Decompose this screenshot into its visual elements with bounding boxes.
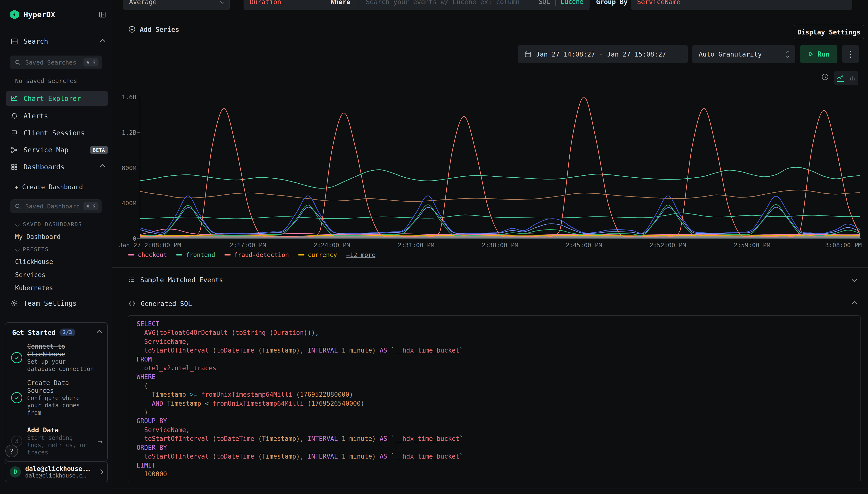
- sidebar-section-search-label: Search: [23, 37, 95, 45]
- mode-sql[interactable]: SQL: [539, 0, 550, 5]
- sidebar-item-service-map[interactable]: Service Map BETA: [6, 143, 108, 157]
- aggregation-select[interactable]: Average: [123, 0, 230, 10]
- generated-sql-header[interactable]: Generated SQL: [128, 298, 192, 310]
- timeseries-chart[interactable]: [140, 95, 860, 239]
- x-axis-label: 2:24:00 PM: [308, 242, 356, 249]
- check-circle-icon: [11, 352, 22, 363]
- add-series-label: Add Series: [140, 26, 179, 33]
- laptop-icon: [11, 129, 18, 137]
- sidebar-item-dashboards[interactable]: Dashboards: [6, 160, 108, 174]
- sidebar-item-label: Alerts: [23, 112, 108, 120]
- date-range-picker[interactable]: Jan 27 14:08:27 - Jan 27 15:08:27: [518, 45, 688, 63]
- step-desc: Configure whereyour data comesfrom: [27, 395, 102, 416]
- legend-swatch: [225, 254, 231, 255]
- y-axis-label: 0: [114, 235, 136, 242]
- saved-searches-input[interactable]: [25, 59, 80, 66]
- time-display-icon[interactable]: [821, 73, 829, 81]
- chevron-up-icon: [97, 330, 102, 335]
- granularity-select[interactable]: Auto Granularity: [692, 45, 795, 63]
- chevron-right-icon: [98, 469, 104, 475]
- group-saved-dashboards[interactable]: SAVED DASHBOARDS: [16, 221, 112, 227]
- divider: [112, 267, 868, 268]
- add-series-button[interactable]: Add Series: [128, 24, 179, 35]
- x-axis-label: Jan 27 2:08:00 PM: [119, 242, 181, 249]
- sidebar-item-team-settings[interactable]: Team Settings: [11, 299, 112, 308]
- legend-item-frontend[interactable]: frontend: [176, 251, 215, 259]
- get-started-step-sources[interactable]: Create DataSources Configure whereyour d…: [11, 379, 102, 416]
- sidebar-section-search[interactable]: Search: [11, 37, 104, 45]
- user-menu[interactable]: D dale@clickhouse.… dale@clickhouse.c…: [5, 461, 108, 482]
- chevron-up-icon[interactable]: [852, 301, 857, 307]
- mode-divider: |: [553, 0, 557, 5]
- sample-matched-events-header[interactable]: Sample Matched Events: [128, 274, 223, 286]
- chevron-down-icon[interactable]: [852, 277, 857, 282]
- line-chart-toggle-icon[interactable]: [837, 74, 844, 82]
- chevron-down-icon: [220, 0, 225, 4]
- divider: [112, 488, 868, 489]
- sidebar-item-label: Dashboards: [23, 163, 95, 171]
- series-(unlabeled): [140, 190, 860, 202]
- plus-circle-icon: [128, 25, 136, 33]
- where-label: Where: [331, 0, 350, 5]
- sidebar-item-clickhouse[interactable]: ClickHouse: [15, 258, 112, 265]
- group-by-input[interactable]: ServiceName: [631, 0, 852, 10]
- select-chevrons-icon: [787, 51, 789, 57]
- x-axis-label: 2:31:00 PM: [392, 242, 440, 249]
- sql-code-block: SELECT AVG(toFloat64OrDefault (toString …: [128, 316, 861, 482]
- x-axis-label: 2:59:00 PM: [728, 242, 776, 249]
- section-title: Generated SQL: [141, 300, 192, 307]
- step-title: Add Data: [27, 426, 92, 434]
- sidebar-item-alerts[interactable]: Alerts: [6, 109, 108, 123]
- get-started-panel: Get Started 2/3 Connect toClickHouse Set…: [5, 322, 108, 461]
- sidebar-item-client-sessions[interactable]: Client Sessions: [6, 126, 108, 140]
- get-started-header[interactable]: Get Started 2/3: [5, 323, 107, 336]
- sql-code: SELECT AVG(toFloat64OrDefault (toString …: [137, 320, 861, 478]
- sidebar-item-label: Client Sessions: [23, 129, 108, 137]
- sidebar-item-services[interactable]: Services: [15, 271, 112, 279]
- saved-searches-searchbox[interactable]: ⌘ K: [10, 56, 102, 69]
- chart-type-toggle[interactable]: [834, 71, 858, 86]
- series-fraud-detection: [140, 97, 860, 237]
- check-circle-icon: [11, 392, 22, 403]
- display-settings-button[interactable]: Display Settings: [794, 25, 864, 39]
- sidebar-item-kubernetes[interactable]: Kubernetes: [15, 284, 112, 292]
- saved-dashboards-searchbox[interactable]: ⌘ K: [10, 200, 102, 213]
- get-started-step-connect[interactable]: Connect toClickHouse Set up yourdatabase…: [11, 343, 102, 373]
- group-presets[interactable]: PRESETS: [16, 246, 112, 252]
- mode-lucene[interactable]: Lucene: [561, 0, 583, 5]
- divider: [112, 16, 868, 16]
- saved-dashboards-input[interactable]: [25, 203, 80, 210]
- group-label: SAVED DASHBOARDS: [23, 221, 82, 227]
- bar-chart-toggle-icon[interactable]: [849, 75, 856, 81]
- legend-item-checkout[interactable]: checkout: [128, 251, 167, 259]
- main-content: Average Duration Where Search your event…: [112, 0, 868, 494]
- get-started-step-add-data[interactable]: 3 Add Data Start sendinglogs, metrics, o…: [11, 426, 102, 456]
- chevron-down-icon: [16, 222, 20, 226]
- search-query-input[interactable]: Search your events w/ Lucene ex: column:…: [360, 0, 590, 10]
- step-desc: Start sendinglogs, metrics, ortraces: [27, 434, 92, 456]
- run-button[interactable]: Run: [800, 45, 837, 63]
- code-icon: [128, 300, 136, 307]
- search-icon: [15, 59, 21, 65]
- sidebar-item-my-dashboard[interactable]: My Dashboard: [15, 233, 112, 241]
- x-axis-label: 2:52:00 PM: [643, 242, 692, 249]
- step-desc: Set up yourdatabase connection: [27, 358, 102, 373]
- search-icon: [15, 203, 21, 209]
- sidebar-item-label: Team Settings: [23, 299, 77, 307]
- x-axis-label: 2:17:00 PM: [224, 242, 272, 249]
- dashboards-icon: [11, 163, 18, 171]
- calendar-icon: [524, 51, 532, 58]
- help-button[interactable]: ?: [5, 445, 18, 457]
- legend-swatch: [176, 254, 182, 255]
- step-title: Create DataSources: [27, 379, 102, 395]
- sidebar-item-chart-explorer[interactable]: Chart Explorer: [6, 91, 108, 106]
- legend-more-link[interactable]: +12 more: [346, 251, 375, 259]
- create-dashboard-button[interactable]: + Create Dashboard: [15, 184, 112, 191]
- legend-item-fraud-detection[interactable]: fraud-detection: [225, 251, 289, 259]
- run-label: Run: [817, 50, 830, 58]
- more-options-button[interactable]: [842, 45, 859, 63]
- no-saved-searches-text: No saved searches: [15, 77, 112, 84]
- legend-item-currency[interactable]: currency: [298, 251, 337, 259]
- hyperdx-logo-icon: [10, 10, 19, 19]
- sidebar-collapse-icon[interactable]: [99, 11, 106, 18]
